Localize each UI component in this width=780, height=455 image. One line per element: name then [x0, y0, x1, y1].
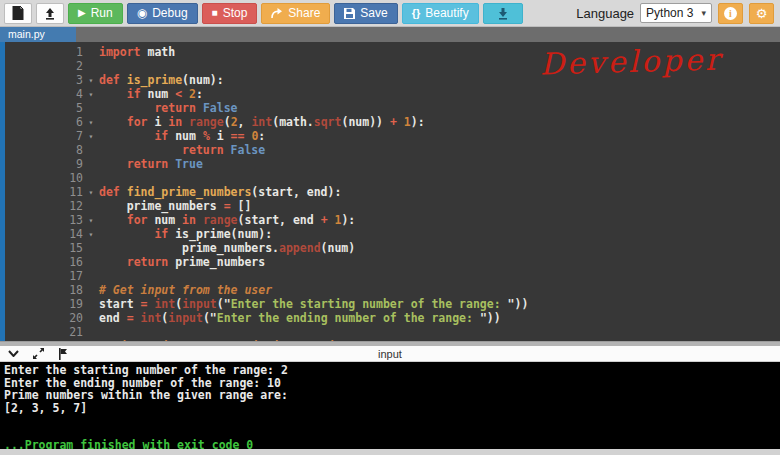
fold-marker-icon[interactable]: ▾	[83, 186, 99, 200]
fold-marker-icon[interactable]: ▾	[83, 228, 99, 242]
gear-icon: ⚙	[756, 7, 768, 20]
code-text: if is_prime(num):	[99, 227, 272, 241]
save-button[interactable]: Save	[334, 3, 397, 24]
code-editor[interactable]: 1import math23▾def is_prime(num):4▾ if n…	[0, 42, 780, 341]
online-ide-window: ▶ Run ◉ Debug ■ Stop Share Save {} Beaut…	[0, 0, 780, 455]
debug-icon: ◉	[137, 7, 147, 19]
line-number: 10	[0, 171, 83, 185]
code-line: 4▾ if num < 2:	[0, 87, 780, 101]
line-number: 12	[0, 199, 83, 213]
line-number: 18	[0, 283, 83, 297]
beautify-button[interactable]: {} Beautify	[402, 3, 479, 24]
share-button[interactable]: Share	[261, 3, 330, 24]
line-number: 17	[0, 269, 83, 283]
tab-main-py[interactable]: main.py	[0, 27, 76, 42]
download-icon	[497, 7, 509, 20]
language-area: Language Python 3 ▾ i ⚙	[576, 3, 774, 24]
console-line: [2, 3, 5, 7]	[4, 402, 776, 415]
code-line: 3▾def is_prime(num):	[0, 73, 780, 87]
stop-button[interactable]: ■ Stop	[202, 3, 258, 24]
code-line: 9 return True	[0, 157, 780, 171]
language-select[interactable]: Python 3 ▾	[640, 3, 712, 23]
console-lines: Enter the starting number of the range: …	[4, 364, 776, 439]
info-button[interactable]: i	[718, 3, 743, 24]
console-line: Enter the starting number of the range: …	[4, 364, 776, 377]
line-number: 19	[0, 297, 83, 311]
code-text: start = int(input("Enter the starting nu…	[99, 297, 528, 311]
code-line: 6▾ for i in range(2, int(math.sqrt(num))…	[0, 115, 780, 129]
code-line: 10	[0, 171, 780, 185]
code-line: 13▾ for num in range(start, end + 1):	[0, 213, 780, 227]
line-number: 2	[0, 59, 83, 73]
run-button-label: Run	[91, 6, 113, 20]
debug-button[interactable]: ◉ Debug	[127, 3, 198, 24]
fold-marker-icon[interactable]: ▾	[83, 88, 99, 102]
share-button-label: Share	[288, 6, 320, 20]
toolbar: ▶ Run ◉ Debug ■ Stop Share Save {} Beaut…	[0, 0, 780, 27]
console-line	[4, 414, 776, 427]
console-toolbar: input	[0, 346, 780, 362]
code-text: for num in range(start, end + 1):	[99, 213, 355, 227]
expand-console-icon[interactable]	[33, 348, 44, 359]
braces-icon: {}	[412, 8, 421, 19]
console-output[interactable]: Enter the starting number of the range: …	[0, 362, 780, 449]
fold-marker-icon[interactable]: ▾	[83, 116, 99, 130]
code-line: 20end = int(input("Enter the ending numb…	[0, 311, 780, 325]
line-number: 11	[0, 185, 83, 199]
new-file-button[interactable]	[4, 3, 32, 24]
code-text: prime_numbers = []	[99, 199, 251, 213]
bottom-strip	[0, 449, 780, 455]
beautify-button-label: Beautify	[425, 6, 468, 20]
debug-button-label: Debug	[152, 6, 187, 20]
code-lines: 1import math23▾def is_prime(num):4▾ if n…	[0, 45, 780, 341]
code-text: return False	[99, 143, 265, 157]
collapse-console-icon[interactable]	[8, 350, 19, 357]
line-number: 7	[0, 129, 83, 143]
stop-button-label: Stop	[223, 6, 248, 20]
stop-icon: ■	[212, 8, 218, 18]
fold-marker-icon[interactable]: ▾	[83, 214, 99, 228]
code-line: 12 prime_numbers = []	[0, 199, 780, 213]
line-number: 21	[0, 325, 83, 339]
code-line: 7▾ if num % i == 0:	[0, 129, 780, 143]
line-number: 6	[0, 115, 83, 129]
line-number: 15	[0, 241, 83, 255]
code-text: return False	[99, 101, 238, 115]
code-line: 14▾ if is_prime(num):	[0, 227, 780, 241]
program-status-line: ...Program finished with exit code 0	[4, 439, 776, 449]
open-file-button[interactable]	[36, 3, 64, 24]
code-text: # Get input from the user	[99, 283, 272, 297]
code-text: def find_prime_numbers(start, end):	[99, 185, 341, 199]
console-panel-label: input	[0, 348, 780, 360]
code-text: import math	[99, 45, 175, 59]
code-line: 2	[0, 59, 780, 73]
line-number: 20	[0, 311, 83, 325]
file-icon	[12, 6, 24, 20]
code-text: for i in range(2, int(math.sqrt(num)) + …	[99, 115, 425, 129]
run-button[interactable]: ▶ Run	[68, 3, 123, 24]
language-selected-value: Python 3	[646, 6, 693, 20]
code-line: 18# Get input from the user	[0, 283, 780, 297]
code-line: 15 prime_numbers.append(num)	[0, 241, 780, 255]
code-text: if num % i == 0:	[99, 129, 265, 143]
code-line: 5 return False	[0, 101, 780, 115]
fold-marker-icon[interactable]: ▾	[83, 130, 99, 144]
code-line: 17	[0, 269, 780, 283]
settings-button[interactable]: ⚙	[749, 3, 774, 24]
console-line: Prime numbers within the given range are…	[4, 389, 776, 402]
download-button[interactable]	[483, 3, 523, 24]
left-accent-strip	[0, 42, 5, 341]
chevron-down-icon: ▾	[701, 8, 706, 18]
play-icon: ▶	[78, 8, 86, 18]
line-number: 14	[0, 227, 83, 241]
console-flag-icon[interactable]	[58, 348, 68, 360]
line-number: 3	[0, 73, 83, 87]
code-text: if num < 2:	[99, 87, 203, 101]
code-text: return True	[99, 157, 203, 171]
code-text: def is_prime(num):	[99, 73, 224, 87]
fold-marker-icon[interactable]: ▾	[83, 74, 99, 88]
line-number: 22	[0, 339, 83, 341]
code-text: # Find prime numbers within the given ra…	[99, 339, 397, 341]
code-line: 19start = int(input("Enter the starting …	[0, 297, 780, 311]
line-number: 16	[0, 255, 83, 269]
